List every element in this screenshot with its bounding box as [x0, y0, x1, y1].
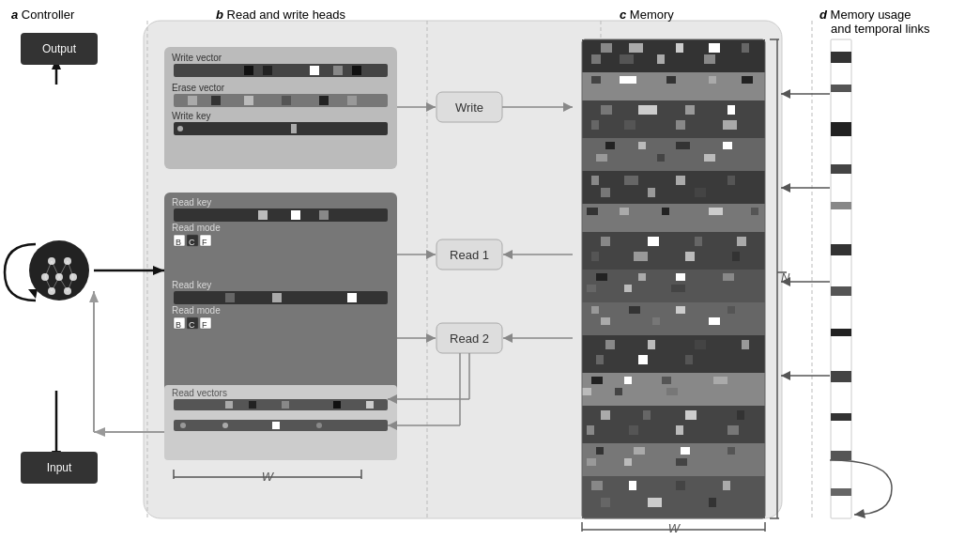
svg-rect-149: [596, 273, 607, 281]
svg-rect-117: [582, 138, 765, 171]
svg-rect-165: [605, 340, 615, 349]
svg-rect-19: [244, 66, 253, 75]
svg-point-246: [55, 273, 63, 281]
svg-line-255: [52, 277, 59, 291]
svg-rect-120: [676, 142, 690, 149]
svg-point-242: [29, 240, 89, 301]
svg-rect-37: [291, 210, 300, 220]
svg-rect-171: [685, 355, 693, 364]
svg-rect-0: [144, 21, 782, 518]
svg-rect-189: [582, 443, 765, 476]
svg-line-252: [59, 261, 68, 277]
svg-rect-130: [601, 188, 610, 197]
svg-rect-26: [211, 96, 221, 105]
svg-rect-175: [662, 377, 671, 384]
svg-rect-124: [704, 154, 715, 162]
section-a-label: a Controller: [11, 8, 74, 22]
svg-rect-138: [751, 208, 758, 215]
svg-rect-178: [615, 388, 622, 395]
svg-rect-191: [634, 447, 645, 455]
svg-point-32: [177, 126, 183, 131]
svg-point-63: [180, 423, 186, 428]
svg-rect-39: [174, 235, 185, 246]
svg-rect-194: [587, 458, 596, 466]
svg-rect-106: [709, 76, 716, 84]
svg-rect-92: [582, 39, 765, 72]
svg-rect-163: [709, 317, 720, 325]
svg-point-243: [48, 257, 55, 265]
svg-rect-60: [333, 401, 341, 409]
svg-marker-238: [781, 277, 790, 286]
section-d-label: d Memory usage and temporal links: [819, 8, 930, 36]
svg-rect-156: [582, 302, 765, 335]
svg-rect-170: [638, 355, 648, 364]
svg-rect-221: [831, 52, 851, 63]
section-c-label: c Memory: [620, 8, 674, 22]
svg-point-244: [64, 257, 71, 265]
svg-rect-172: [582, 373, 765, 406]
svg-rect-48: [347, 293, 357, 302]
svg-rect-27: [244, 96, 253, 105]
svg-line-256: [59, 277, 68, 291]
svg-rect-205: [582, 39, 765, 518]
svg-rect-51: [187, 317, 198, 329]
svg-marker-13: [89, 291, 99, 302]
svg-point-64: [222, 423, 228, 428]
svg-rect-226: [831, 244, 851, 255]
svg-rect-22: [333, 66, 343, 75]
svg-rect-94: [629, 43, 643, 53]
svg-rect-71: [436, 323, 502, 353]
svg-rect-169: [596, 355, 604, 364]
svg-rect-97: [742, 43, 749, 53]
svg-rect-23: [352, 66, 361, 75]
write-vector-label: Write vector: [172, 53, 222, 63]
svg-rect-93: [601, 43, 612, 53]
svg-rect-91: [582, 39, 765, 518]
svg-rect-231: [831, 451, 851, 460]
svg-rect-139: [582, 232, 765, 270]
svg-rect-195: [624, 458, 632, 466]
svg-marker-234: [781, 89, 790, 99]
svg-rect-24: [174, 94, 388, 107]
section-b-label: b Read and write heads: [216, 8, 345, 22]
svg-rect-103: [591, 76, 601, 84]
svg-rect-184: [737, 410, 744, 420]
svg-rect-150: [638, 273, 646, 281]
svg-marker-82: [503, 250, 513, 259]
svg-rect-109: [601, 105, 612, 115]
svg-line-251: [52, 261, 59, 277]
svg-rect-140: [601, 237, 610, 246]
svg-point-249: [64, 287, 71, 295]
svg-rect-174: [624, 377, 632, 384]
svg-rect-53: [200, 317, 211, 329]
svg-rect-61: [366, 401, 374, 409]
svg-rect-132: [695, 188, 706, 197]
svg-rect-35: [174, 208, 388, 222]
svg-rect-196: [676, 458, 687, 466]
svg-rect-36: [258, 210, 268, 220]
svg-rect-148: [582, 270, 765, 302]
svg-marker-11: [94, 427, 105, 437]
svg-point-248: [48, 287, 55, 295]
svg-marker-84: [503, 333, 513, 343]
svg-rect-179: [666, 388, 678, 395]
svg-marker-87: [388, 394, 397, 404]
svg-rect-129: [727, 176, 735, 185]
svg-rect-41: [187, 235, 198, 246]
svg-rect-145: [634, 252, 648, 261]
svg-rect-20: [263, 66, 272, 75]
svg-rect-100: [657, 54, 665, 64]
svg-rect-180: [582, 406, 765, 443]
svg-rect-177: [582, 388, 591, 395]
svg-rect-228: [831, 329, 851, 336]
svg-rect-113: [591, 120, 599, 130]
svg-rect-141: [648, 237, 659, 246]
svg-rect-137: [709, 208, 723, 215]
svg-rect-151: [676, 273, 685, 281]
svg-text:F: F: [202, 320, 207, 330]
svg-rect-96: [709, 43, 720, 53]
svg-rect-45: [174, 291, 388, 304]
svg-rect-59: [282, 401, 289, 409]
svg-marker-74: [426, 102, 436, 112]
output-box: Output: [21, 33, 98, 65]
